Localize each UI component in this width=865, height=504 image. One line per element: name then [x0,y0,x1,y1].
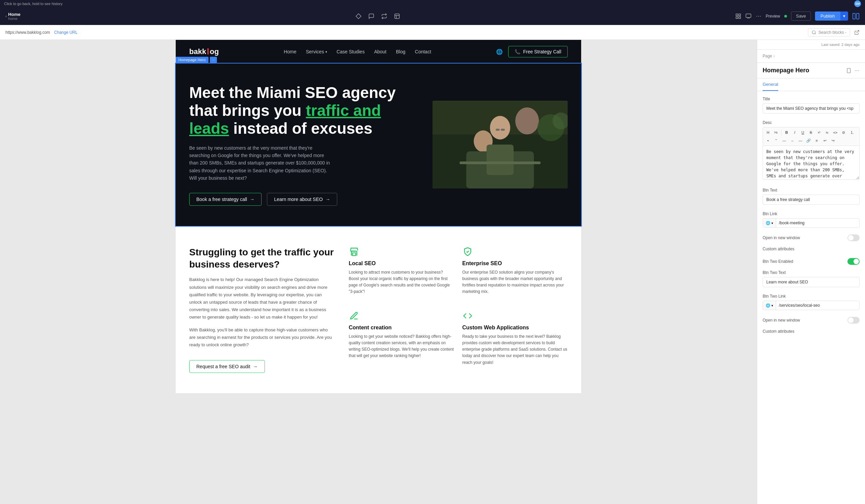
svg-point-15 [812,31,815,33]
rt-strike-btn[interactable]: S [807,129,815,136]
svg-point-12 [784,15,787,17]
right-panel: Last saved: 2 days ago Page › Homepage H… [757,40,865,504]
nav-home[interactable]: Home [284,49,296,55]
rt-bold-btn[interactable]: B [783,129,790,136]
svg-rect-6 [736,16,738,18]
rt-heading-btn[interactable]: H [764,129,772,136]
svg-rect-13 [853,13,855,19]
btn-link-field: 🌐 ▾ [763,218,860,228]
url-bar: https://www.bakklog.com Change URL Searc… [0,25,865,40]
rt-h2-btn[interactable]: H₂ [772,129,780,136]
rt-sub-btn[interactable]: x₂ [823,129,831,136]
open-new-window2-label: Open in new window [763,318,800,323]
btn-link-field-group: Btn Link 🌐 ▾ [763,211,860,228]
search-blocks-input[interactable]: Search blocks - [808,28,850,36]
rt-underline-btn[interactable]: U [799,129,807,136]
monitor-icon[interactable] [746,13,751,19]
btn-text-input[interactable] [763,195,860,205]
desc-field-textarea[interactable]: Be seen by new customers at the very mom… [763,146,860,180]
change-url-link[interactable]: Change URL [54,30,77,35]
nav-about[interactable]: About [374,49,387,55]
svg-point-20 [515,107,539,134]
search-blocks-label: Search blocks - [818,30,846,35]
diamond-icon[interactable] [356,13,361,19]
btn-two-enabled-toggle[interactable] [847,258,860,265]
svg-point-21 [490,116,510,140]
more-icon[interactable] [756,13,762,19]
globe-btn[interactable]: 🌐 ▾ [763,219,776,227]
rt-quote-btn[interactable]: " [772,137,780,144]
nav-blog[interactable]: Blog [396,49,405,55]
btn-link-input[interactable] [776,219,859,227]
rt-align-btn[interactable]: ≡ [813,137,820,144]
rt-link-btn[interactable]: 🔗 [805,137,812,144]
translate-icon[interactable]: 🌐 [496,49,503,55]
panel-responsive-icon[interactable] [846,68,852,73]
save-button[interactable]: Save [791,11,811,21]
rt-redo-btn[interactable]: ↪ [829,137,837,144]
svg-rect-30 [353,253,356,255]
hero-btn2[interactable]: Learn more about SEO → [267,193,337,206]
desc-field-label: Desc [763,120,860,125]
logo-text: bakk [189,47,206,56]
breadcrumb[interactable]: ‹ Home home [5,12,20,21]
external-link-icon[interactable] [854,30,860,35]
pages-icon[interactable] [852,12,860,20]
hero-buttons: Book a free strategy call → Learn more a… [189,193,419,206]
service-desc-0: Looking to attract more customers to you… [349,269,454,295]
btn-two-link-input[interactable] [776,301,859,310]
rt-sup-btn[interactable]: x² [815,129,823,136]
services-section: Struggling to get the traffic your busin… [176,226,581,394]
hero-content: Meet the Miami SEO agency that brings yo… [189,84,419,206]
rt-hr-btn[interactable]: ― [797,137,804,144]
panel-breadcrumb: Page › [763,54,775,58]
rt-ul-btn[interactable]: • [764,137,772,144]
section-more-button[interactable]: ··· [210,57,217,63]
tab-general[interactable]: General [763,78,778,91]
rt-em-dash-btn[interactable]: — [781,137,788,144]
rt-code-btn[interactable]: <> [832,129,839,136]
main-layout: bakklog Home Services ▾ Case Studies Abo… [0,40,865,504]
hero-image-placeholder [432,101,568,188]
breadcrumb-chevron-icon: › [773,54,775,58]
audit-button[interactable]: Request a free SEO audit → [189,360,265,373]
svg-point-9 [757,15,757,16]
globe-btn2[interactable]: 🌐 ▾ [763,301,776,310]
rt-dash-btn[interactable]: – [789,137,796,144]
panel-more-icon[interactable] [854,68,860,73]
preview-label[interactable]: Preview [766,14,780,19]
svg-point-34 [858,70,859,71]
rt-clear-btn[interactable]: ⊘ [840,129,847,136]
service-desc-2: Looking to get your website noticed? Bak… [349,333,454,360]
open-new-window-toggle[interactable] [847,234,860,241]
btn-two-link-label: Btn Two Link [763,294,860,298]
title-field-input[interactable] [763,103,860,114]
open-new-window2-toggle[interactable] [847,317,860,324]
nav-services[interactable]: Services ▾ [306,49,327,55]
rt-ol-btn[interactable]: 1. [849,129,856,136]
chevron-left-icon: ‹ [5,13,7,19]
hero-image [432,101,568,188]
service-card-web-apps: Custom Web Applications Ready to take yo… [462,310,568,373]
rt-undo-btn[interactable]: ↩ [821,137,829,144]
publish-dropdown-button[interactable]: ▾ [840,11,848,21]
nav-case-studies[interactable]: Case Studies [336,49,365,55]
rt-italic-btn[interactable]: I [791,129,798,136]
btn-two-link-group: Btn Two Link 🌐 ▾ [763,294,860,310]
toggle-knob2 [854,259,859,264]
publish-button[interactable]: Publish [815,11,840,21]
arrows-icon[interactable] [381,13,387,19]
back-link[interactable]: Click to go back, hold to see history [4,2,62,6]
chat-icon[interactable] [368,13,374,19]
btn-two-text-input[interactable] [763,277,860,287]
saved-status: Last saved: 2 days ago [757,40,865,50]
toggle-knob [848,235,854,241]
site-nav: bakklog Home Services ▾ Case Studies Abo… [176,40,581,63]
grid-icon[interactable] [735,13,741,19]
hero-btn1[interactable]: Book a free strategy call → [189,193,262,206]
nav-cta-button[interactable]: 📞 Free Strategy Call [508,46,568,57]
nav-contact[interactable]: Contact [415,49,431,55]
services-heading: Struggling to get the traffic your busin… [189,246,335,271]
layout-icon[interactable] [394,13,400,19]
service-desc-1: Our enterprise SEO solution aligns your … [462,269,568,295]
